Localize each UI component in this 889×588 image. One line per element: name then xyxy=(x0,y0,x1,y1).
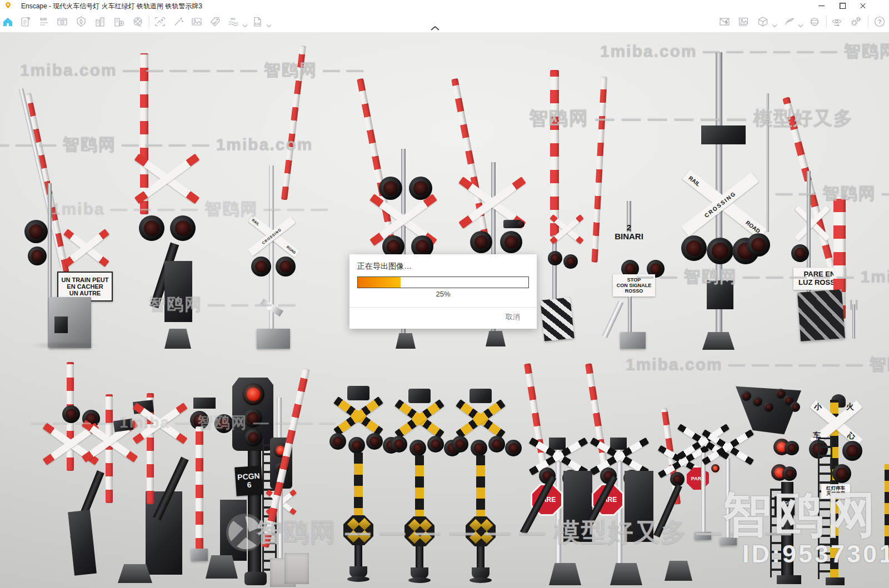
watermark: — — — 智鸥网 — — — — 1miba.com xyxy=(0,133,313,156)
relay-box-panel xyxy=(54,316,68,333)
cube-dropdown-chevron-icon[interactable] xyxy=(772,20,777,24)
cancel-button[interactable]: 取消 xyxy=(502,311,523,323)
signal-pole xyxy=(269,165,274,349)
signal-light xyxy=(747,233,770,257)
svg-text:360: 360 xyxy=(231,17,236,21)
signal-base xyxy=(257,329,290,349)
render-image-icon[interactable] xyxy=(191,16,203,28)
close-button[interactable] xyxy=(855,0,871,11)
watermark: 智鸥网 — — — — — — 模型好又多 xyxy=(529,105,853,131)
signal-base xyxy=(665,561,692,581)
signal-light xyxy=(276,257,296,277)
signal-base xyxy=(610,563,642,585)
signal-light xyxy=(28,247,47,265)
exe-export-icon[interactable]: EXE xyxy=(251,16,263,28)
signal-hood xyxy=(549,438,566,450)
camera-lens xyxy=(518,221,525,228)
enscape-logo-icon xyxy=(4,2,12,9)
collapse-toolbar-chevron-icon[interactable] xyxy=(430,23,440,29)
dialog-title: 正在导出图像… xyxy=(357,262,412,272)
pare-stop-sign: PARE xyxy=(687,468,709,490)
crossbuck-char: 小 xyxy=(813,402,822,411)
maximize-button[interactable] xyxy=(834,0,851,11)
fork-post xyxy=(852,304,855,339)
signal-hood xyxy=(193,398,216,409)
wing-icon[interactable] xyxy=(783,16,795,28)
signal-light xyxy=(251,257,271,277)
watermark: 1miba.com — — — — — — 智鸥网 — — — — — xyxy=(600,40,889,63)
base-column xyxy=(416,546,423,570)
view-window-icon[interactable] xyxy=(56,16,68,28)
map-export-icon[interactable] xyxy=(718,16,731,28)
building-icon[interactable] xyxy=(94,16,106,28)
settings-gears-icon[interactable] xyxy=(850,16,862,28)
signal-light xyxy=(832,464,851,483)
watermark: 智鸥网 — — — — — — 模型好又多 — — — xyxy=(257,515,792,550)
minimize-button[interactable] xyxy=(813,0,830,11)
cube-icon[interactable] xyxy=(757,16,769,28)
watermark: 1miba.com — — — — — — 智鸥网 — — xyxy=(626,353,889,376)
document-edit-icon[interactable] xyxy=(19,16,32,28)
signal-light xyxy=(563,254,578,269)
base-disc xyxy=(408,577,431,583)
base-disc xyxy=(470,577,492,583)
home-icon[interactable] xyxy=(2,16,14,28)
title-bar: Enscape - 现代火车信号灯 火车红绿灯 铁轨道闸 铁轨警示牌3 xyxy=(0,0,889,11)
signal-base xyxy=(702,332,735,350)
marker-base xyxy=(191,549,208,561)
barrier-mast xyxy=(106,394,113,503)
bim-objects-icon[interactable]: BIM xyxy=(38,16,50,28)
signal-base xyxy=(620,332,646,349)
magic-wand-icon[interactable] xyxy=(172,16,184,28)
base-disc xyxy=(347,576,369,582)
enscape-orb-icon[interactable] xyxy=(75,16,87,28)
watermark: — — 智鸥网 — — — — — 1miba.com xyxy=(637,265,889,288)
signal-light xyxy=(471,440,487,456)
signal-light xyxy=(842,441,862,461)
panorama-360-icon[interactable]: 360 xyxy=(227,16,239,28)
signal-hood xyxy=(610,438,627,450)
red-signal-light xyxy=(711,464,720,473)
help-icon[interactable]: ? xyxy=(873,16,886,28)
exe-dropdown-chevron-icon[interactable] xyxy=(266,20,272,24)
toolbar-divider xyxy=(826,16,827,28)
watermark-model-id: ID:953730115 xyxy=(742,540,889,569)
screenshot-icon[interactable] xyxy=(154,16,166,28)
minimize-icon xyxy=(818,6,825,6)
signal-light xyxy=(24,220,48,243)
signal-light xyxy=(707,238,733,264)
signal-light xyxy=(329,433,346,450)
export-progress-dialog: 正在导出图像… 25% 取消 xyxy=(349,254,537,329)
crossbuck-char: 火 xyxy=(846,402,855,411)
crossbuck-char: 心 xyxy=(847,431,856,440)
tag-check-icon[interactable] xyxy=(209,16,221,28)
signal-base xyxy=(826,577,845,585)
pcgn6-sign: PCGN6 xyxy=(234,465,263,496)
signal-base xyxy=(396,333,416,349)
progress-percent-label: 25% xyxy=(349,290,537,298)
signal-hood xyxy=(408,389,431,403)
signal-light xyxy=(391,436,407,453)
progress-fill xyxy=(358,277,401,288)
fork-prong xyxy=(856,300,857,310)
signal-light xyxy=(500,231,522,253)
building-export-icon[interactable] xyxy=(113,16,125,28)
watermark: — — 智鸥网 — — — xyxy=(776,182,889,205)
window-title: Enscape - 现代火车信号灯 火车红绿灯 铁轨道闸 铁轨警示牌3 xyxy=(21,2,202,11)
hazard-panel xyxy=(797,289,845,341)
video-icon[interactable] xyxy=(132,16,144,28)
svg-text:EXE: EXE xyxy=(255,23,261,26)
toolbar-divider xyxy=(149,16,149,28)
wing-dropdown-chevron-icon[interactable] xyxy=(798,20,803,24)
visual-settings-icon[interactable] xyxy=(831,16,843,28)
signal-light xyxy=(791,244,809,262)
vr-headset-icon[interactable] xyxy=(808,16,821,28)
panorama-dropdown-chevron-icon[interactable] xyxy=(242,20,248,24)
signal-base xyxy=(777,575,801,584)
watermark: 1miba — — — — 智鸥网 — — — xyxy=(51,198,328,220)
signal-light xyxy=(452,436,468,453)
material-image-icon[interactable] xyxy=(737,16,750,28)
marker-pole xyxy=(196,426,203,551)
striped-mast xyxy=(354,453,363,519)
signal-hood xyxy=(347,386,369,400)
